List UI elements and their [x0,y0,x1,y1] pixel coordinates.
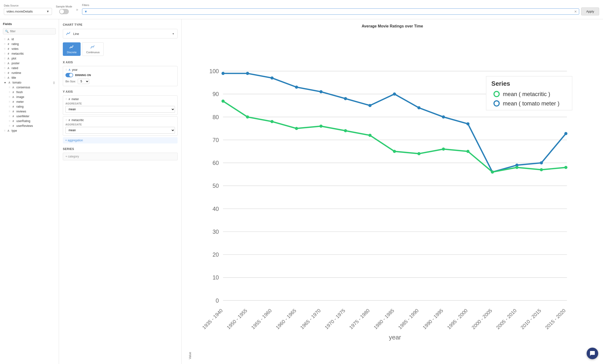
field-item-runtime[interactable]: ⠿ # runtime [3,70,56,75]
drag-handle-icon: ⠿ [9,115,10,118]
svg-point-35 [417,106,421,109]
drag-handle-icon: ⠿ [4,67,5,70]
field-item-consensus[interactable]: ⠿ A consensus [8,85,56,90]
apply-button[interactable]: Apply [581,7,599,15]
continuous-button[interactable]: Continuous [82,42,104,56]
field-item-userRating[interactable]: ⠿ # userRating [8,119,56,124]
field-item-tomato-rating[interactable]: ⠿ # rating [8,104,56,109]
svg-text:1965 - 1970: 1965 - 1970 [299,308,322,330]
tomato-children: ⠿ A consensus ⠿ # fresh ⠿ A image ⠿ # me… [3,85,56,128]
field-item-title[interactable]: ⠿ A title [3,75,56,80]
field-name-userMeter: userMeter [16,115,29,118]
field-item-plot[interactable]: ⠿ A plot [3,56,56,61]
svg-point-48 [368,134,371,137]
chart-type-section-label: Chart Type [63,23,178,26]
svg-point-29 [270,76,274,80]
fields-panel: Fields 🔍 ⠿ A id ⠿ # rating ⠿ # votes ⠿ #… [0,19,59,364]
data-source-select[interactable]: video.movieDetails ▼ [4,8,52,15]
field-type-text-icon: A [7,62,10,65]
fields-title: Fields [3,22,56,26]
field-name-plot: plot [12,57,16,60]
field-type-text-icon: A [12,95,15,98]
field-name-consensus: consensus [16,86,30,89]
field-name-metacritic: metacritic [12,52,24,55]
field-name-userReviews: userReviews [16,124,33,128]
add-aggregation-button[interactable]: + aggregation [63,137,178,143]
svg-text:80: 80 [212,114,219,120]
svg-text:1985 - 1990: 1985 - 1990 [397,308,420,330]
field-item-poster[interactable]: ⠿ A poster [3,61,56,66]
svg-text:mean ( tomato meter ): mean ( tomato meter ) [503,100,559,107]
field-item-fresh[interactable]: ⠿ # fresh [8,90,56,95]
y-field1-aggregate-select[interactable]: mean sum count min max [65,106,175,113]
expand-icon: ▼ [4,81,6,84]
svg-text:year: year [389,334,401,341]
filter-icon: ▼ [84,10,88,13]
field-type-text-icon: A [7,67,10,70]
bin-size-select[interactable]: 5 1 2 10 20 [78,79,89,84]
field-name-votes: votes [12,47,19,51]
svg-text:1935 - 1940: 1935 - 1940 [201,308,224,330]
field-name-rated: rated [12,66,18,70]
field-item-metacritic[interactable]: ⠿ # metacritic [3,51,56,56]
field-item-type[interactable]: ⠿ A type [3,128,56,133]
field-group-tomato[interactable]: ▼ A tomato {} [3,80,56,85]
field-item-userReviews[interactable]: ⠿ # userReviews [8,124,56,128]
field-item-meter[interactable]: ⠿ # meter [8,99,56,104]
field-type-num-icon: # [12,91,15,94]
sample-mode-toggle[interactable] [59,9,69,14]
svg-point-30 [295,86,298,89]
field-item-reviews[interactable]: ⠿ # reviews [8,109,56,114]
field-name-rating: rating [12,42,19,46]
svg-text:70: 70 [212,137,219,143]
drag-handle-icon: ⠿ [4,77,5,79]
field-item-rating[interactable]: ⠿ # rating [3,42,56,47]
y-field1-type-icon: # [69,98,70,101]
y-field2-aggregate-select[interactable]: mean sum count min max [65,127,175,134]
binning-label: BINNING ON [75,74,91,77]
field-type-num-icon: # [12,115,15,118]
chart-container: Value [186,33,598,359]
field-item-image[interactable]: ⠿ A image [8,95,56,99]
svg-point-31 [320,90,323,94]
filter-input[interactable] [90,10,572,13]
field-type-num-icon: # [7,71,10,74]
series-add-category[interactable]: + category [63,153,178,160]
y-field1-name: meter [71,97,79,101]
svg-point-54 [515,166,519,169]
field-type-num-icon: # [12,100,15,103]
chart-config-panel: Chart Type Line ▼ Discrete [59,19,182,364]
svg-point-55 [540,168,543,171]
svg-point-37 [466,122,469,125]
field-item-votes[interactable]: ⠿ # votes [3,47,56,51]
x-axis-section: X Axis ⠿ A year BINNING ON Bin Size: 5 [63,61,178,86]
field-name-runtime: runtime [12,71,21,75]
svg-text:90: 90 [212,91,219,97]
discrete-label: Discrete [67,51,77,54]
field-name-type: type [12,129,17,132]
field-type-text-icon: A [12,86,15,89]
field-item-userMeter[interactable]: ⠿ # userMeter [8,114,56,119]
drag-handle-icon: ⠿ [4,48,5,50]
field-item-id[interactable]: ⠿ A id [3,37,56,42]
chart-type-selector[interactable]: Line ▼ [63,29,178,38]
svg-point-77 [494,101,499,106]
field-item-rated[interactable]: ⠿ A rated [3,66,56,70]
continuous-icon [90,45,95,50]
y-field1-aggregate-label: AGGREGATE [65,102,175,105]
svg-text:0: 0 [216,297,219,304]
binning-toggle[interactable] [65,73,73,77]
chart-svg: 0 10 20 30 40 50 60 70 80 90 100 [192,33,598,359]
series-section: Series + category [63,147,178,160]
svg-text:1960 - 1965: 1960 - 1965 [275,308,297,330]
fields-search-input[interactable] [10,30,54,33]
svg-point-33 [368,104,371,107]
chart-type-value: Line [73,32,79,36]
svg-point-40 [540,161,543,164]
chat-button[interactable] [587,348,598,359]
discrete-button[interactable]: Discrete [63,42,81,56]
bin-size-label: Bin Size: [65,80,76,83]
field-type-num-icon: # [7,47,10,50]
filter-clear-icon[interactable]: ✕ [574,10,577,13]
main-layout: Fields 🔍 ⠿ A id ⠿ # rating ⠿ # votes ⠿ #… [0,19,603,364]
